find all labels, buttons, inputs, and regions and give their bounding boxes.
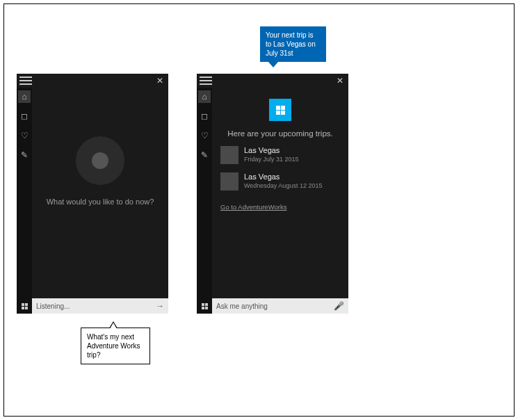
notebook-icon[interactable]: ◻	[18, 110, 31, 122]
windows-logo-icon	[276, 106, 285, 115]
trip-thumbnail	[220, 146, 238, 164]
response-speech-bubble: Your next trip is to Las Vegas on July 3…	[260, 26, 326, 62]
search-box[interactable]: Listening... →	[32, 298, 168, 314]
sidebar: ⌂ ◻ ♡ ✎	[17, 88, 32, 298]
edit-icon[interactable]: ✎	[18, 149, 31, 161]
hamburger-icon[interactable]	[19, 76, 32, 86]
home-icon[interactable]: ⌂	[198, 90, 211, 103]
app-tile[interactable]	[269, 99, 291, 121]
trip-destination: Las Vegas	[244, 146, 299, 154]
sidebar: ⌂ ◻ ♡ ✎	[197, 88, 212, 298]
windows-logo-icon	[202, 303, 208, 309]
prompt-text: What would you like to do now?	[47, 197, 154, 206]
trip-thumbnail	[220, 172, 238, 191]
start-button[interactable]	[197, 298, 212, 314]
cortana-results-panel: ✕ ⌂ ◻ ♡ ✎ Here are your upcoming trips. …	[197, 74, 348, 314]
trip-item[interactable]: Las Vegas Friday July 31 2015	[220, 146, 340, 164]
hamburger-icon[interactable]	[200, 76, 212, 86]
listening-dot	[92, 152, 108, 169]
microphone-icon[interactable]: 🎤	[334, 301, 344, 311]
search-box[interactable]: Ask me anything 🎤	[212, 298, 348, 314]
titlebar: ✕	[17, 74, 168, 88]
close-icon[interactable]: ✕	[154, 76, 165, 86]
windows-logo-icon	[22, 303, 28, 309]
user-speech-bubble: What's my next Adventure Works trip?	[81, 328, 150, 364]
start-button[interactable]	[17, 298, 32, 314]
trip-destination: Las Vegas	[244, 172, 322, 181]
notebook-icon[interactable]: ◻	[198, 110, 211, 122]
favorite-icon[interactable]: ♡	[198, 129, 211, 142]
trip-date: Wednesday August 12 2015	[244, 182, 322, 189]
main-area: What would you like to do now?	[32, 88, 168, 298]
trip-item[interactable]: Las Vegas Wednesday August 12 2015	[220, 172, 340, 191]
trip-date: Friday July 31 2015	[244, 156, 299, 163]
goto-app-link[interactable]: Go to AdventureWorks	[220, 203, 286, 211]
listening-ring	[76, 136, 124, 185]
edit-icon[interactable]: ✎	[198, 149, 211, 161]
main-area: Here are your upcoming trips. Las Vegas …	[212, 88, 348, 298]
taskbar: Listening... →	[17, 298, 168, 314]
titlebar: ✕	[197, 74, 348, 88]
cortana-listening-panel: ✕ ⌂ ◻ ♡ ✎ What would you like to do now?…	[17, 74, 168, 314]
submit-arrow-icon[interactable]: →	[156, 301, 164, 311]
close-icon[interactable]: ✕	[334, 76, 346, 86]
taskbar: Ask me anything 🎤	[197, 298, 348, 314]
favorite-icon[interactable]: ♡	[18, 129, 31, 142]
search-status-text: Listening...	[36, 302, 70, 310]
search-placeholder-text: Ask me anything	[216, 302, 268, 310]
home-icon[interactable]: ⌂	[18, 90, 31, 103]
results-heading: Here are your upcoming trips.	[227, 129, 332, 138]
